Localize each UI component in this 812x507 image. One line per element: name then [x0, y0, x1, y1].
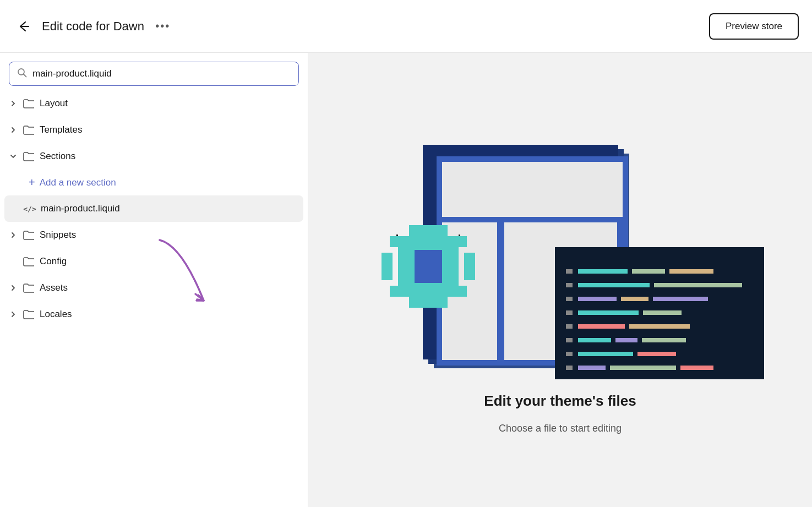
svg-rect-32	[578, 297, 617, 301]
svg-rect-36	[578, 310, 639, 315]
more-options-button[interactable]: •••	[153, 17, 173, 36]
sidebar-item-main-product[interactable]: </> main-product.liquid	[4, 195, 303, 222]
svg-rect-26	[632, 269, 665, 274]
sidebar-item-templates[interactable]: Templates	[0, 117, 308, 143]
sidebar-item-snippets[interactable]: Snippets	[0, 222, 308, 248]
page-title: Edit code for Dawn	[42, 19, 144, 34]
folder-icon	[23, 98, 34, 109]
chevron-right-icon	[9, 284, 18, 292]
snippets-label: Snippets	[40, 230, 76, 241]
layout-label: Layout	[40, 98, 68, 109]
svg-rect-18	[456, 286, 467, 297]
svg-rect-48	[566, 366, 573, 370]
search-container	[0, 53, 308, 90]
search-icon	[17, 68, 27, 80]
search-input[interactable]	[32, 68, 291, 79]
chevron-right-icon	[9, 126, 18, 134]
svg-rect-42	[578, 338, 611, 342]
main-content-area: Edit your theme's files Choose a file to…	[308, 53, 812, 507]
svg-rect-49	[578, 366, 606, 370]
svg-rect-24	[566, 269, 573, 274]
config-label: Config	[40, 256, 67, 267]
folder-icon	[23, 230, 34, 241]
search-box[interactable]	[9, 62, 299, 86]
svg-line-2	[24, 74, 26, 77]
chevron-right-icon	[9, 310, 18, 319]
svg-rect-41	[566, 338, 573, 342]
templates-label: Templates	[40, 124, 82, 135]
header: Edit code for Dawn ••• Preview store	[0, 0, 812, 53]
illustration-container: Edit your theme's files Choose a file to…	[351, 126, 770, 434]
add-section-label: Add a new section	[40, 177, 116, 188]
svg-rect-17	[390, 286, 401, 297]
folder-icon	[23, 124, 34, 135]
svg-rect-35	[566, 310, 573, 315]
svg-rect-44	[642, 338, 686, 342]
svg-rect-19	[415, 250, 442, 283]
svg-rect-13	[382, 253, 393, 280]
add-section-button[interactable]: + Add a new section	[0, 170, 308, 195]
code-file-icon: </>	[24, 203, 35, 214]
sections-children: + Add a new section </> main-product.liq…	[0, 170, 308, 222]
theme-illustration	[351, 126, 770, 379]
svg-rect-16	[456, 236, 467, 247]
main-subtitle: Choose a file to start editing	[499, 423, 622, 434]
svg-rect-40	[629, 324, 690, 329]
preview-store-button[interactable]: Preview store	[709, 13, 799, 40]
svg-rect-38	[566, 324, 573, 329]
folder-icon	[23, 282, 34, 293]
header-left: Edit code for Dawn •••	[13, 17, 173, 36]
svg-rect-37	[643, 310, 682, 315]
main-title: Edit your theme's files	[484, 392, 636, 410]
svg-rect-47	[637, 352, 676, 356]
svg-rect-29	[578, 283, 650, 287]
chevron-right-icon	[9, 231, 18, 239]
locales-label: Locales	[40, 309, 72, 320]
sidebar-item-assets[interactable]: Assets	[0, 275, 308, 301]
svg-rect-27	[669, 269, 713, 274]
svg-rect-51	[680, 366, 713, 370]
chevron-down-icon	[9, 152, 18, 161]
chevron-right-icon	[9, 99, 18, 108]
svg-rect-34	[653, 297, 708, 301]
folder-icon	[23, 151, 34, 162]
svg-rect-25	[578, 269, 628, 274]
svg-rect-30	[654, 283, 742, 287]
svg-rect-33	[621, 297, 648, 301]
svg-rect-39	[578, 324, 625, 329]
svg-rect-14	[464, 253, 475, 280]
sidebar-item-layout[interactable]: Layout	[0, 90, 308, 117]
svg-rect-46	[578, 352, 633, 356]
svg-rect-45	[566, 352, 573, 356]
plus-icon: +	[29, 176, 35, 189]
sidebar-item-config[interactable]: Config	[0, 248, 308, 275]
sidebar-item-sections[interactable]: Sections	[0, 143, 308, 170]
folder-icon	[23, 309, 34, 320]
svg-rect-50	[610, 366, 676, 370]
svg-rect-12	[409, 297, 448, 308]
svg-rect-7	[442, 162, 623, 217]
assets-label: Assets	[40, 282, 68, 293]
svg-rect-11	[409, 225, 448, 236]
svg-rect-21	[459, 235, 460, 236]
main-product-label: main-product.liquid	[41, 203, 120, 214]
back-button[interactable]	[13, 17, 33, 36]
folder-icon	[23, 256, 34, 267]
svg-rect-28	[566, 283, 573, 287]
main-layout: Layout Templates Section	[0, 53, 812, 507]
sections-label: Sections	[40, 151, 75, 162]
sidebar: Layout Templates Section	[0, 53, 308, 507]
sidebar-item-locales[interactable]: Locales	[0, 301, 308, 328]
svg-rect-15	[390, 236, 401, 247]
svg-rect-31	[566, 297, 573, 301]
svg-rect-20	[396, 235, 398, 236]
svg-rect-43	[615, 338, 637, 342]
